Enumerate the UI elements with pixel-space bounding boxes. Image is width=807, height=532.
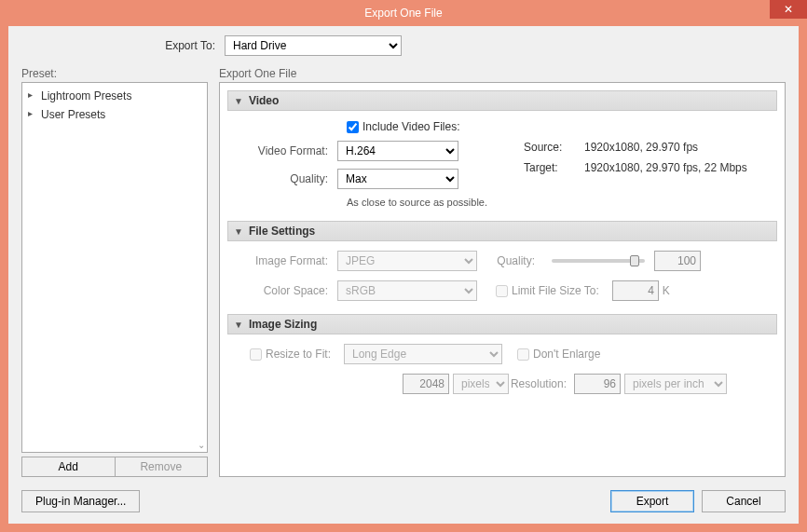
section-sizing: ▼ Image Sizing Resize to Fit: Long Edge …: [227, 314, 777, 400]
video-source-value: 1920x1080, 29.970 fps: [584, 141, 698, 154]
dim-value: [403, 374, 449, 394]
resolution-unit-select: pixels per inch: [624, 374, 727, 394]
export-button[interactable]: Export: [610, 490, 694, 512]
video-format-select[interactable]: H.264: [337, 141, 458, 161]
section-sizing-header[interactable]: ▼ Image Sizing: [227, 314, 777, 334]
add-button[interactable]: Add: [21, 457, 116, 477]
resize-mode-select: Long Edge: [344, 344, 502, 364]
colorspace-select: sRGB: [337, 280, 477, 301]
limit-size-value: [612, 280, 659, 301]
footer: Plug-in Manager... Export Cancel: [21, 481, 786, 512]
file-quality-label: Quality:: [477, 254, 542, 267]
section-video-header[interactable]: ▼ Video: [227, 90, 777, 111]
remove-button[interactable]: Remove: [116, 457, 209, 477]
settings-column: Export One File ▼ Video Include Video Fi…: [219, 67, 786, 477]
dont-enlarge-checkbox: [517, 348, 529, 361]
close-icon: ✕: [784, 3, 793, 16]
section-video: ▼ Video Include Video Files: Video Forma…: [227, 90, 777, 213]
export-to-label: Export To:: [21, 39, 225, 52]
video-source-label: Source:: [524, 141, 575, 154]
cancel-button[interactable]: Cancel: [702, 490, 786, 512]
dont-enlarge-label: Don't Enlarge: [533, 348, 600, 361]
section-sizing-title: Image Sizing: [249, 318, 317, 331]
dialog-body: Export To: Hard Drive Preset: Lightroom …: [8, 26, 799, 524]
video-note: As close to source as possible.: [347, 197, 770, 208]
collapse-icon: ▼: [234, 96, 243, 106]
close-button[interactable]: ✕: [770, 0, 807, 19]
collapse-icon: ▼: [234, 226, 243, 237]
section-file-title: File Settings: [249, 225, 315, 238]
settings-panel[interactable]: ▼ Video Include Video Files: Video Forma…: [219, 82, 786, 477]
image-format-label: Image Format:: [235, 254, 337, 267]
colorspace-label: Color Space:: [235, 284, 337, 297]
main-area: Preset: Lightroom Presets User Presets ⌄…: [21, 67, 786, 477]
video-info: Source: 1920x1080, 29.970 fps Target: 19…: [524, 141, 747, 197]
settings-header: Export One File: [219, 67, 786, 80]
preset-column: Preset: Lightroom Presets User Presets ⌄…: [21, 67, 208, 477]
export-to-row: Export To: Hard Drive: [21, 35, 786, 56]
image-format-select: JPEG: [337, 251, 477, 271]
video-target-value: 1920x1080, 29.970 fps, 22 Mbps: [584, 161, 747, 174]
preset-header: Preset:: [21, 67, 208, 80]
preset-buttons: Add Remove: [21, 457, 208, 477]
include-video-label: Include Video Files:: [362, 120, 460, 133]
video-quality-label: Quality:: [235, 172, 337, 185]
limit-size-label: Limit File Size To:: [512, 284, 599, 297]
video-quality-select[interactable]: Max: [337, 169, 458, 189]
plugin-manager-button[interactable]: Plug-in Manager...: [21, 490, 140, 512]
preset-list: Lightroom Presets User Presets ⌄: [21, 82, 208, 453]
export-to-select[interactable]: Hard Drive: [225, 35, 402, 56]
chevron-down-icon: ⌄: [198, 440, 205, 450]
limit-size-unit: K: [663, 284, 670, 297]
preset-item-lightroom[interactable]: Lightroom Presets: [24, 87, 205, 105]
limit-size-checkbox: [496, 285, 508, 297]
slider-thumb: [630, 255, 639, 266]
video-format-label: Video Format:: [235, 144, 337, 157]
collapse-icon: ▼: [234, 320, 243, 330]
resize-checkbox: [250, 348, 262, 361]
resolution-value: [574, 374, 621, 394]
include-video-checkbox[interactable]: [347, 121, 359, 133]
preset-item-user[interactable]: User Presets: [24, 105, 205, 124]
section-file-header[interactable]: ▼ File Settings: [227, 221, 777, 241]
resize-label: Resize to Fit:: [266, 348, 344, 361]
resolution-label: Resolution:: [509, 377, 574, 390]
file-quality-value: [654, 251, 701, 271]
section-file: ▼ File Settings Image Format: JPEG Quali…: [227, 221, 777, 307]
dim-unit-select: pixels: [453, 374, 509, 394]
section-video-title: Video: [249, 94, 279, 107]
window-title: Export One File: [364, 7, 442, 20]
video-target-label: Target:: [524, 161, 575, 174]
quality-slider: [552, 259, 645, 263]
titlebar: Export One File ✕: [0, 0, 807, 26]
